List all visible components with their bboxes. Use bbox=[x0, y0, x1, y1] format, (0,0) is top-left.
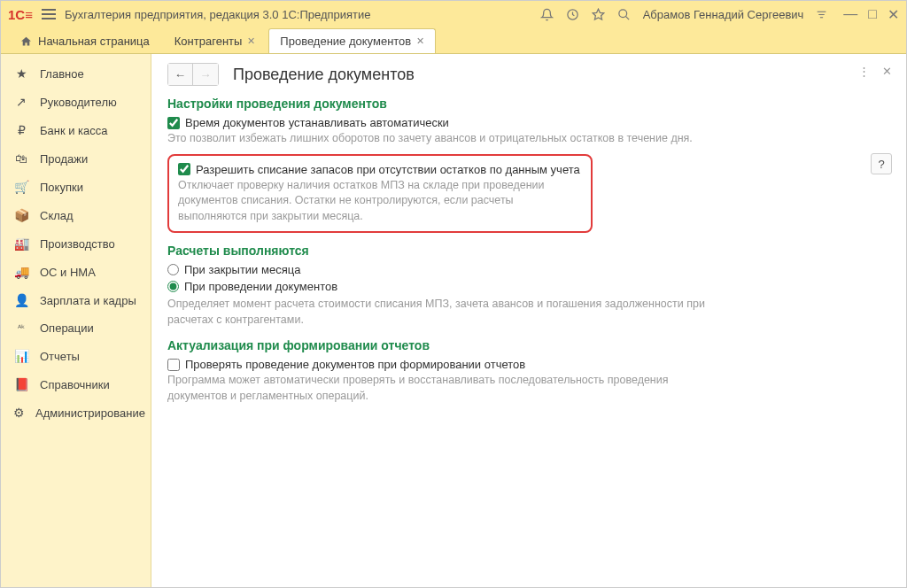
sidebar-item-label: Справочники bbox=[40, 378, 110, 391]
sidebar-item-purchases[interactable]: 🛒Покупки bbox=[1, 173, 151, 201]
sidebar-item-label: Администрирование bbox=[35, 406, 145, 420]
checkbox-input[interactable] bbox=[178, 163, 190, 175]
checkbox-auto-time[interactable]: Время документов устанавливать автоматич… bbox=[167, 116, 890, 129]
logo-1c: 1C≡ bbox=[8, 7, 33, 22]
window-controls: — □ ✕ bbox=[843, 6, 899, 23]
ruble-icon: ₽ bbox=[13, 123, 29, 137]
sidebar-item-reports[interactable]: 📊Отчеты bbox=[1, 342, 151, 370]
hamburger-icon[interactable] bbox=[42, 9, 56, 19]
sidebar-item-label: Отчеты bbox=[40, 350, 80, 363]
radio-on-document-post[interactable]: При проведении документов bbox=[167, 280, 890, 293]
home-icon bbox=[19, 35, 33, 47]
sidebar-item-label: ОС и НМА bbox=[40, 266, 96, 279]
sidebar-item-operations[interactable]: ᴬᵏОперации bbox=[1, 314, 151, 342]
svg-marker-1 bbox=[593, 9, 604, 19]
book-icon: 📕 bbox=[13, 377, 29, 391]
sidebar-item-label: Главное bbox=[40, 67, 84, 81]
allow-writeoff-description: Отключает проверку наличия остатков МПЗ … bbox=[178, 178, 582, 225]
app-title: Бухгалтерия предприятия, редакция 3.0 1С… bbox=[65, 8, 531, 21]
highlight-allow-writeoff: Разрешить списание запасов при отсутстви… bbox=[167, 154, 593, 234]
radio-input[interactable] bbox=[167, 281, 179, 292]
section-settings-title: Настройки проведения документов bbox=[167, 97, 890, 111]
tab-home[interactable]: Начальная страница bbox=[8, 28, 161, 53]
sidebar-item-warehouse[interactable]: 📦Склад bbox=[1, 201, 151, 229]
radio-on-month-close[interactable]: При закрытии месяца bbox=[167, 263, 890, 276]
actualization-description: Программа может автоматически проверять … bbox=[167, 373, 717, 404]
checkbox-label: Разрешить списание запасов при отсутстви… bbox=[196, 163, 580, 176]
content-controls: ⋮ ✕ bbox=[858, 65, 892, 78]
minimize-button[interactable]: — bbox=[843, 6, 857, 23]
sidebar-item-label: Операции bbox=[40, 321, 94, 335]
person-icon: 👤 bbox=[13, 293, 29, 307]
sidebar-item-bank[interactable]: ₽Банк и касса bbox=[1, 116, 151, 144]
svg-line-3 bbox=[625, 16, 629, 19]
sidebar-item-label: Склад bbox=[40, 209, 74, 222]
sidebar-item-label: Производство bbox=[40, 237, 115, 251]
sidebar-item-admin[interactable]: ⚙Администрирование bbox=[1, 398, 151, 427]
titlebar: 1C≡ Бухгалтерия предприятия, редакция 3.… bbox=[1, 1, 906, 27]
forward-button: → bbox=[193, 64, 218, 85]
sidebar: ★Главное ↗Руководителю ₽Банк и касса 🛍Пр… bbox=[1, 54, 151, 587]
checkbox-label: Проверять проведение документов при форм… bbox=[185, 358, 525, 371]
calculations-description: Определяет момент расчета стоимости спис… bbox=[167, 297, 717, 328]
sidebar-item-label: Руководителю bbox=[40, 96, 117, 109]
gear-icon: ⚙ bbox=[13, 406, 25, 420]
content-pane: ⋮ ✕ ← → Проведение документов ? Настройк… bbox=[151, 54, 906, 587]
sidebar-item-assets[interactable]: 🚚ОС и НМА bbox=[1, 258, 151, 286]
close-icon[interactable]: ✕ bbox=[416, 35, 424, 47]
radio-label: При проведении документов bbox=[184, 280, 337, 293]
close-icon[interactable]: ✕ bbox=[247, 35, 255, 47]
checkbox-input[interactable] bbox=[167, 359, 180, 371]
titlebar-actions: Абрамов Геннадий Сергеевич bbox=[540, 8, 828, 21]
radio-label: При закрытии месяца bbox=[184, 263, 300, 276]
content-header: ← → Проведение документов bbox=[167, 63, 890, 86]
close-button[interactable]: ✕ bbox=[888, 6, 899, 23]
dtk-icon: ᴬᵏ bbox=[13, 323, 29, 333]
sidebar-item-catalogs[interactable]: 📕Справочники bbox=[1, 370, 151, 398]
auto-time-description: Это позволит избежать лишних оборотов по… bbox=[167, 131, 890, 147]
tab-documents-label: Проведение документов bbox=[280, 35, 411, 48]
close-icon[interactable]: ✕ bbox=[882, 65, 892, 78]
sidebar-item-label: Покупки bbox=[40, 181, 83, 194]
chart-icon: ↗ bbox=[13, 95, 29, 109]
bell-icon[interactable] bbox=[540, 8, 554, 21]
cart-icon: 🛒 bbox=[13, 180, 29, 194]
sidebar-item-manager[interactable]: ↗Руководителю bbox=[1, 88, 151, 116]
tab-home-label: Начальная страница bbox=[38, 35, 150, 48]
star-icon: ★ bbox=[13, 66, 29, 81]
sidebar-item-label: Зарплата и кадры bbox=[40, 294, 136, 307]
section-actualization-title: Актуализация при формировании отчетов bbox=[167, 338, 890, 352]
bars-icon: 📊 bbox=[13, 349, 29, 363]
bag-icon: 🛍 bbox=[13, 151, 29, 166]
history-icon[interactable] bbox=[566, 8, 579, 21]
checkbox-label: Время документов устанавливать автоматич… bbox=[185, 116, 449, 129]
checkbox-check-reports[interactable]: Проверять проведение документов при форм… bbox=[167, 358, 890, 371]
tab-contragents[interactable]: Контрагенты ✕ bbox=[163, 28, 267, 53]
help-button[interactable]: ? bbox=[871, 153, 892, 174]
sidebar-item-label: Продажи bbox=[40, 152, 88, 166]
tab-documents[interactable]: Проведение документов ✕ bbox=[268, 28, 436, 53]
sidebar-item-label: Банк и касса bbox=[40, 124, 108, 137]
radio-input[interactable] bbox=[167, 264, 179, 275]
sidebar-item-salary[interactable]: 👤Зарплата и кадры bbox=[1, 286, 151, 314]
page-title: Проведение документов bbox=[233, 66, 415, 84]
search-icon[interactable] bbox=[617, 8, 631, 21]
svg-point-2 bbox=[619, 9, 627, 17]
back-button[interactable]: ← bbox=[168, 64, 193, 85]
tabbar: Начальная страница Контрагенты ✕ Проведе… bbox=[1, 27, 906, 54]
sidebar-item-sales[interactable]: 🛍Продажи bbox=[1, 144, 151, 173]
maximize-button[interactable]: □ bbox=[868, 6, 877, 23]
tab-contragents-label: Контрагенты bbox=[174, 35, 243, 48]
checkbox-input[interactable] bbox=[167, 117, 180, 129]
star-icon[interactable] bbox=[592, 8, 605, 21]
more-icon[interactable]: ⋮ bbox=[858, 65, 870, 78]
truck-icon: 🚚 bbox=[13, 265, 29, 279]
sidebar-item-production[interactable]: 🏭Производство bbox=[1, 229, 151, 258]
user-name[interactable]: Абрамов Геннадий Сергеевич bbox=[643, 8, 804, 21]
sidebar-item-main[interactable]: ★Главное bbox=[1, 59, 151, 88]
filter-icon[interactable] bbox=[816, 9, 827, 20]
checkbox-allow-writeoff[interactable]: Разрешить списание запасов при отсутстви… bbox=[178, 163, 582, 176]
section-calculations-title: Расчеты выполняются bbox=[167, 244, 890, 258]
nav-arrows: ← → bbox=[167, 63, 219, 86]
box-icon: 📦 bbox=[13, 208, 29, 222]
